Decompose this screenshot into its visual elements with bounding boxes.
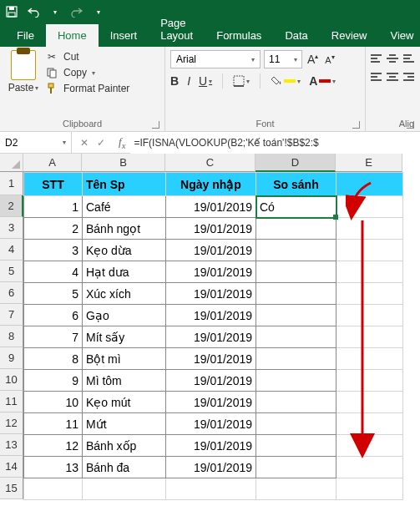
row-header[interactable]: 8 [0,326,23,347]
formula-input[interactable] [130,132,420,154]
cell[interactable]: Bột mì [83,348,166,370]
cell[interactable]: Mứt [83,413,166,435]
row-header[interactable]: 9 [0,347,23,369]
cell[interactable]: 19/01/2019 [166,305,256,326]
cell[interactable]: Café [83,196,166,218]
align-left-button[interactable] [371,70,382,83]
cell[interactable]: 7 [24,326,83,348]
cell[interactable] [24,478,83,500]
tab-insert[interactable]: Insert [99,24,149,47]
cell[interactable] [166,478,256,500]
cell[interactable]: 6 [24,305,83,326]
cell[interactable]: Tên Sp [83,173,166,196]
select-all-corner[interactable] [0,154,23,172]
cell[interactable]: 10 [24,392,83,413]
cut-button[interactable]: ✂ Cut [45,50,129,63]
format-painter-button[interactable]: Format Painter [45,82,129,95]
align-top-button[interactable] [371,52,382,65]
cell[interactable] [256,370,337,392]
cell[interactable] [256,305,337,326]
row-header[interactable]: 13 [0,434,23,456]
redo-icon[interactable] [70,5,83,18]
border-button[interactable]: ▾ [233,75,250,87]
italic-button[interactable]: I [187,74,190,88]
cell[interactable]: Gạo [83,305,166,326]
cell[interactable]: Bánh đa [83,457,166,478]
font-name-select[interactable]: Arial ▾ [170,50,261,68]
row-header[interactable]: 10 [0,369,23,391]
cell[interactable]: 19/01/2019 [166,435,256,457]
cell[interactable]: 3 [24,240,83,261]
cell[interactable] [337,261,403,283]
tab-file[interactable]: File [5,24,46,47]
column-header[interactable]: C [165,154,256,172]
align-center-button[interactable] [387,70,397,83]
cell[interactable] [337,196,403,218]
cell[interactable] [337,392,403,413]
underline-button[interactable]: U▾ [199,74,212,88]
cell[interactable] [337,240,403,261]
tab-view[interactable]: View [378,24,420,47]
cell[interactable]: 19/01/2019 [166,392,256,413]
cell[interactable] [337,435,403,457]
cell[interactable] [256,348,337,370]
cell[interactable] [256,261,337,283]
qat-customize-icon[interactable]: ▾ [92,5,105,18]
cell[interactable]: 12 [24,435,83,457]
cell[interactable] [256,283,337,305]
font-size-select[interactable]: 11 ▾ [264,50,302,68]
cell[interactable]: 19/01/2019 [166,370,256,392]
font-color-button[interactable]: A ▾ [309,74,336,88]
cell[interactable]: 9 [24,370,83,392]
cell[interactable]: Bánh ngọt [83,218,166,240]
cell[interactable]: Kẹo mút [83,392,166,413]
cell[interactable]: Xúc xích [83,283,166,305]
cell[interactable] [256,413,337,435]
row-header[interactable]: 6 [0,282,23,304]
row-header[interactable]: 15 [0,478,23,499]
cell[interactable] [256,326,337,348]
cell[interactable] [337,413,403,435]
row-header[interactable]: 11 [0,391,23,412]
copy-button[interactable]: Copy ▾ [45,66,129,79]
cell[interactable] [256,478,337,500]
cell[interactable]: So sánh [256,173,337,196]
cancel-formula-icon[interactable]: ✕ [80,137,89,149]
cell[interactable]: Mì tôm [83,370,166,392]
save-icon[interactable] [5,5,18,18]
cell[interactable]: 5 [24,283,83,305]
cell[interactable]: 11 [24,413,83,435]
cell[interactable]: 19/01/2019 [166,218,256,240]
cell[interactable] [337,457,403,478]
column-header[interactable]: E [336,154,402,172]
row-header[interactable]: 12 [0,412,23,434]
cell[interactable]: 19/01/2019 [166,261,256,283]
spreadsheet-grid[interactable]: STTTên SpNgày nhậpSo sánh1Café19/01/2019… [23,172,403,500]
bold-button[interactable]: B [170,74,179,88]
cell[interactable] [83,478,166,500]
cell[interactable] [337,283,403,305]
cell[interactable] [256,218,337,240]
cell[interactable]: Mít sấy [83,326,166,348]
row-header[interactable]: 14 [0,456,23,478]
cell[interactable] [337,173,403,196]
cell[interactable]: Hạt dưa [83,261,166,283]
column-header[interactable]: B [82,154,165,172]
cell[interactable]: 19/01/2019 [166,283,256,305]
cell[interactable] [256,392,337,413]
cell[interactable]: 19/01/2019 [166,196,256,218]
fx-icon[interactable]: fx [114,135,130,150]
row-header[interactable]: 1 [0,172,23,195]
undo-dropdown-icon[interactable]: ▾ [48,5,62,18]
cell[interactable] [337,478,403,500]
cell[interactable] [337,370,403,392]
accept-formula-icon[interactable]: ✓ [97,137,105,149]
tab-review[interactable]: Review [320,24,379,47]
undo-icon[interactable] [27,5,40,18]
increase-font-button[interactable]: A▴ [306,53,320,66]
row-header[interactable]: 7 [0,304,23,326]
row-header[interactable]: 2 [0,195,23,217]
paste-button[interactable]: Paste▾ [5,50,42,95]
cell[interactable]: STT [24,173,83,196]
cell[interactable]: 1 [24,196,83,218]
